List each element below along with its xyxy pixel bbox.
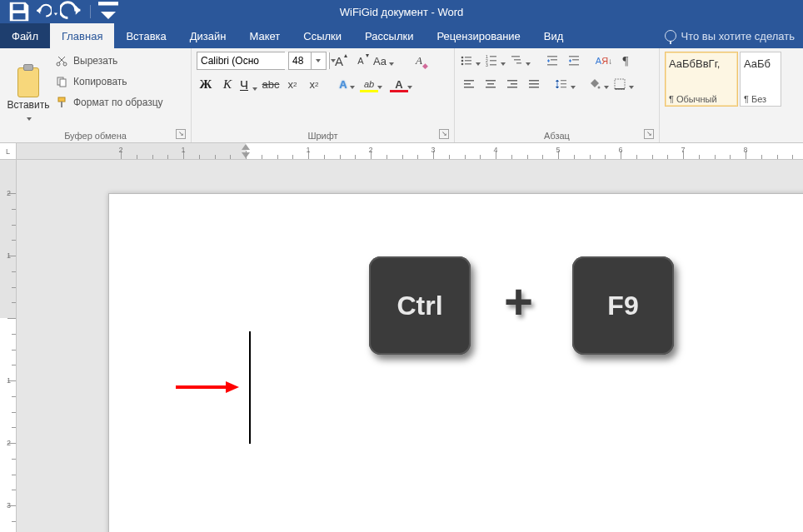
style-normal[interactable]: АаБбВвГг, ¶ Обычный bbox=[665, 52, 738, 107]
page[interactable]: Ctrl + F9 bbox=[108, 193, 803, 532]
svg-rect-30 bbox=[464, 87, 474, 88]
align-left-button[interactable] bbox=[460, 75, 478, 93]
group-font-label: Шрифт bbox=[307, 131, 337, 141]
font-size-input[interactable] bbox=[289, 52, 311, 69]
svg-rect-23 bbox=[551, 59, 557, 61]
font-size-dropdown[interactable] bbox=[311, 52, 324, 69]
tab-mailings[interactable]: Рассылки bbox=[353, 23, 425, 48]
multilevel-list-button[interactable] bbox=[510, 52, 531, 70]
key-f9: F9 bbox=[572, 256, 674, 355]
style-name-normal: ¶ Обычный bbox=[669, 94, 734, 104]
group-paragraph: 123 AЯ↓ ¶ bbox=[455, 48, 660, 142]
horizontal-ruler[interactable]: 2112345678910 bbox=[17, 143, 803, 160]
sort-button[interactable]: AЯ↓ bbox=[595, 52, 613, 70]
svg-rect-4 bbox=[60, 79, 66, 87]
svg-rect-40 bbox=[561, 80, 566, 81]
redo-button[interactable] bbox=[60, 0, 85, 23]
highlight-button[interactable]: ab bbox=[360, 75, 378, 93]
vertical-ruler[interactable]: 211234 bbox=[0, 160, 17, 532]
paste-label: Вставить bbox=[7, 99, 50, 111]
svg-rect-19 bbox=[511, 56, 520, 57]
shading-button[interactable] bbox=[588, 75, 610, 93]
svg-point-2 bbox=[63, 62, 67, 66]
paste-button[interactable]: Вставить bbox=[5, 52, 52, 129]
decrease-indent-button[interactable] bbox=[543, 52, 561, 70]
increase-indent-button[interactable] bbox=[565, 52, 583, 70]
ruler-corner[interactable]: L bbox=[0, 143, 17, 160]
numbering-button[interactable]: 123 bbox=[485, 52, 506, 70]
style-sample: АаБбВвГг, bbox=[669, 57, 734, 70]
qat-customize-button[interactable] bbox=[96, 0, 121, 23]
grow-font-button[interactable]: A▴ bbox=[330, 52, 348, 70]
tab-insert[interactable]: Вставка bbox=[114, 23, 177, 48]
tab-view[interactable]: Вид bbox=[532, 23, 576, 48]
group-clipboard-label: Буфер обмена bbox=[64, 131, 127, 141]
format-painter-button[interactable]: Формат по образцу bbox=[55, 93, 163, 112]
clear-format-button[interactable]: A◆ bbox=[410, 52, 428, 70]
font-color-button[interactable]: A bbox=[390, 75, 408, 93]
subscript-button[interactable]: x2 bbox=[283, 75, 302, 93]
font-size-combo[interactable] bbox=[288, 52, 327, 70]
shrink-font-button[interactable]: A▾ bbox=[352, 52, 370, 70]
svg-point-8 bbox=[461, 60, 464, 62]
justify-button[interactable] bbox=[525, 75, 543, 93]
save-button[interactable] bbox=[7, 0, 32, 23]
svg-rect-29 bbox=[464, 83, 471, 85]
line-spacing-button[interactable] bbox=[555, 75, 576, 93]
group-styles: АаБбВвГг, ¶ Обычный АаБб ¶ Без bbox=[660, 48, 803, 142]
text-effects-button[interactable]: A bbox=[338, 75, 357, 93]
svg-rect-28 bbox=[464, 80, 474, 82]
style-no-spacing[interactable]: АаБб ¶ Без bbox=[740, 52, 781, 107]
svg-rect-21 bbox=[516, 62, 521, 64]
align-center-button[interactable] bbox=[481, 75, 500, 93]
svg-rect-34 bbox=[507, 80, 517, 82]
align-right-button[interactable] bbox=[503, 75, 521, 93]
bullets-button[interactable] bbox=[460, 52, 481, 70]
tab-review[interactable]: Рецензирование bbox=[425, 23, 531, 48]
tell-me-search[interactable]: Что вы хотите сделать bbox=[656, 23, 803, 48]
document-area[interactable]: Ctrl + F9 bbox=[17, 160, 803, 532]
quick-access-toolbar bbox=[0, 0, 121, 23]
bold-button[interactable]: Ж bbox=[197, 75, 215, 93]
strike-button[interactable]: abc bbox=[262, 75, 280, 93]
text-cursor bbox=[249, 331, 251, 444]
tab-design[interactable]: Дизайн bbox=[178, 23, 238, 48]
bulb-icon bbox=[665, 30, 676, 42]
svg-point-7 bbox=[461, 57, 464, 59]
tab-file[interactable]: Файл bbox=[0, 23, 50, 48]
svg-rect-44 bbox=[615, 79, 625, 89]
scissors-icon bbox=[55, 54, 68, 67]
svg-rect-18 bbox=[490, 64, 496, 66]
undo-button[interactable] bbox=[33, 0, 58, 23]
svg-rect-38 bbox=[529, 83, 539, 85]
italic-button[interactable]: К bbox=[218, 75, 237, 93]
svg-rect-5 bbox=[58, 97, 65, 102]
group-clipboard: Вставить Вырезать Копировать Формат по о… bbox=[0, 48, 192, 142]
font-family-combo[interactable] bbox=[197, 52, 285, 70]
copy-icon bbox=[55, 75, 68, 88]
svg-point-9 bbox=[461, 63, 464, 66]
tab-references[interactable]: Ссылки bbox=[292, 23, 353, 48]
cut-button[interactable]: Вырезать bbox=[55, 52, 163, 70]
superscript-button[interactable]: x2 bbox=[305, 75, 323, 93]
tab-home[interactable]: Главная bbox=[50, 23, 114, 48]
svg-rect-41 bbox=[561, 83, 566, 84]
clipboard-launcher[interactable]: ↘ bbox=[176, 129, 186, 139]
svg-rect-33 bbox=[486, 87, 496, 88]
plus-annotation: + bbox=[504, 273, 533, 331]
svg-rect-22 bbox=[547, 56, 557, 57]
show-marks-button[interactable]: ¶ bbox=[616, 52, 635, 70]
paragraph-launcher[interactable]: ↘ bbox=[644, 129, 654, 139]
paste-icon bbox=[14, 64, 42, 97]
tab-layout[interactable]: Макет bbox=[237, 23, 292, 48]
borders-button[interactable] bbox=[613, 75, 635, 93]
svg-rect-20 bbox=[514, 59, 521, 61]
font-launcher[interactable]: ↘ bbox=[439, 129, 449, 139]
svg-rect-35 bbox=[511, 83, 517, 85]
style-name-nospacing: ¶ Без bbox=[744, 94, 777, 104]
copy-button[interactable]: Копировать bbox=[55, 72, 163, 91]
svg-text:3: 3 bbox=[486, 62, 488, 67]
underline-button[interactable]: Ч bbox=[240, 75, 258, 93]
change-case-button[interactable]: Aa bbox=[373, 52, 395, 70]
svg-rect-17 bbox=[490, 60, 496, 62]
